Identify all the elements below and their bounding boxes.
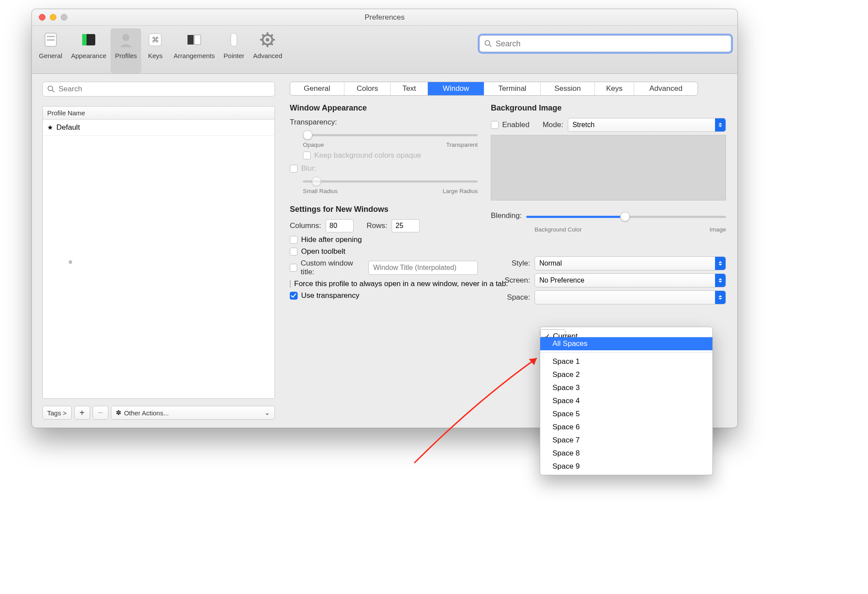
bg-image-preview[interactable] (491, 135, 726, 200)
menu-item-space[interactable]: Space 3 (540, 381, 712, 394)
menu-item-space[interactable]: Space 5 (540, 408, 712, 421)
toolbar-search[interactable] (479, 35, 731, 52)
menu-item-space[interactable]: Space 9 (540, 460, 712, 473)
menu-item-space[interactable]: Space 7 (540, 434, 712, 447)
menu-item-current-space[interactable]: Current Space (540, 329, 566, 337)
menu-item-space[interactable]: Space 2 (540, 368, 712, 381)
svg-rect-1 (47, 36, 55, 37)
mouse-icon (224, 30, 243, 49)
menu-item-space[interactable]: Space 1 (540, 355, 712, 368)
toolbar-profiles[interactable]: Profiles (111, 28, 141, 73)
tab-window[interactable]: Window (428, 82, 484, 95)
blur-checkbox[interactable] (290, 165, 298, 173)
sliders-icon (41, 30, 60, 49)
window-title: Preferences (32, 13, 737, 22)
chevron-updown-icon (715, 291, 726, 304)
svg-rect-4 (82, 34, 87, 45)
custom-title-input[interactable] (368, 261, 478, 275)
use-transparency-checkbox[interactable] (290, 292, 298, 300)
search-icon (484, 40, 492, 48)
force-new-window-checkbox[interactable] (290, 280, 291, 288)
tab-colors[interactable]: Colors (344, 82, 391, 95)
toolbar-pointer[interactable]: Pointer (219, 28, 249, 73)
svg-line-19 (271, 35, 273, 36)
svg-rect-10 (231, 33, 237, 46)
window-appearance-heading: Window Appearance (290, 104, 478, 113)
blending-slider[interactable] (526, 212, 726, 221)
chevron-down-icon: ⌄ (264, 409, 270, 417)
toolbar-arrangements[interactable]: Arrangements (169, 28, 219, 73)
profile-icon (116, 30, 135, 49)
toolbar-search-input[interactable] (496, 39, 726, 48)
svg-line-20 (262, 43, 264, 45)
titlebar: Preferences (32, 9, 737, 26)
open-toolbelt-checkbox[interactable] (290, 248, 298, 256)
toolbar-advanced[interactable]: Advanced (249, 28, 287, 73)
remove-profile-button: − (93, 406, 108, 420)
tab-session[interactable]: Session (541, 82, 595, 95)
profile-column-header[interactable]: Profile Name (43, 107, 274, 120)
star-icon: ★ (47, 124, 53, 131)
chevron-updown-icon (715, 274, 726, 287)
toolbar-appearance[interactable]: Appearance (66, 28, 111, 73)
chevron-updown-icon (715, 118, 726, 131)
screen-select[interactable]: No Preference (535, 273, 726, 287)
svg-point-5 (122, 34, 129, 41)
mode-select[interactable]: Stretch (568, 118, 726, 132)
tab-terminal[interactable]: Terminal (484, 82, 541, 95)
search-icon (47, 85, 55, 93)
chevron-updown-icon (715, 257, 726, 270)
command-icon: ⌘ (146, 30, 165, 49)
svg-text:⌘: ⌘ (152, 36, 159, 44)
tags-button[interactable]: Tags > (42, 406, 72, 420)
gear-icon: ✽ (116, 409, 122, 417)
menu-separator (540, 352, 712, 353)
menu-item-space[interactable]: Space 8 (540, 447, 712, 460)
toolbar-general[interactable]: General (35, 28, 66, 73)
transparency-label: Transparency: (290, 118, 478, 127)
tab-general[interactable]: General (290, 82, 344, 95)
other-actions-button[interactable]: ✽ Other Actions... ⌄ (111, 406, 275, 420)
bg-enabled-checkbox[interactable] (491, 121, 499, 129)
appearance-icon (79, 30, 98, 49)
svg-line-22 (490, 45, 492, 47)
rows-input[interactable] (392, 219, 420, 232)
add-profile-button[interactable]: + (74, 406, 90, 420)
hide-after-checkbox[interactable] (290, 236, 298, 244)
profile-name: Default (56, 123, 80, 132)
background-image-heading: Background Image (491, 104, 726, 113)
profile-search[interactable] (42, 82, 275, 97)
svg-point-23 (48, 86, 53, 91)
svg-rect-9 (194, 35, 201, 45)
drag-handle-icon[interactable] (69, 260, 72, 264)
svg-point-21 (485, 41, 490, 45)
tab-advanced[interactable]: Advanced (634, 82, 698, 95)
settings-new-windows-heading: Settings for New Windows (290, 205, 478, 214)
svg-line-18 (271, 43, 273, 45)
custom-title-checkbox[interactable] (290, 264, 297, 272)
tab-keys[interactable]: Keys (595, 82, 634, 95)
svg-point-12 (266, 38, 269, 41)
svg-rect-8 (187, 35, 194, 45)
space-select[interactable] (535, 290, 726, 304)
svg-line-24 (52, 90, 55, 93)
svg-line-17 (262, 35, 264, 36)
style-select[interactable]: Normal (535, 256, 726, 270)
menu-item-space[interactable]: Space 4 (540, 394, 712, 408)
profile-row[interactable]: ★ Default (43, 120, 274, 136)
profile-search-input[interactable] (59, 85, 270, 93)
keep-bg-checkbox (303, 152, 311, 159)
blur-slider (303, 176, 478, 186)
tab-text[interactable]: Text (391, 82, 428, 95)
toolbar: General Appearance Profiles ⌘ Keys Arran… (32, 26, 737, 74)
columns-input[interactable] (326, 219, 354, 232)
menu-item-space[interactable]: Space 6 (540, 421, 712, 434)
space-dropdown-menu: Current Space All Spaces Space 1 Space 2… (540, 327, 713, 475)
gear-icon (258, 30, 277, 49)
svg-rect-2 (47, 39, 55, 41)
menu-item-all-spaces[interactable]: All Spaces (540, 337, 712, 350)
toolbar-keys[interactable]: ⌘ Keys (141, 28, 169, 73)
profile-list: Profile Name ★ Default (42, 106, 275, 399)
arrangements-icon (184, 30, 204, 49)
transparency-slider[interactable] (303, 130, 478, 140)
